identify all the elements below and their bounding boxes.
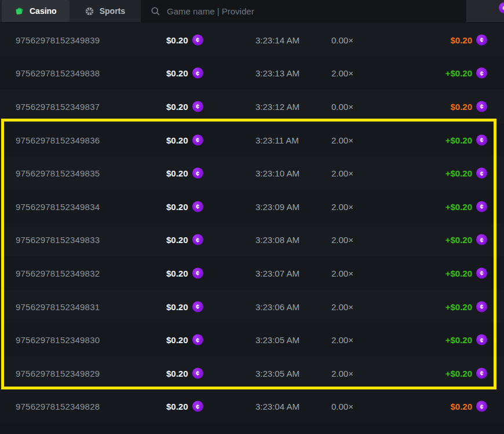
bet-amount: $0.20 [166,268,188,278]
bet-multiplier: 0.00× [331,101,353,111]
bet-multiplier: 2.00× [331,368,353,378]
bet-amount-cell: $0.20 ¢ [166,168,203,179]
table-row[interactable]: 97562978152349838 $0.20 ¢ 3:23:13 AM 2.0… [0,57,504,90]
bet-amount-cell: $0.20 ¢ [166,234,203,245]
bet-amount-cell: $0.20 ¢ [166,68,203,79]
bet-id: 97562978152349835 [16,168,100,178]
bet-payout: +$0.20 [445,335,472,345]
tab-casino-label: Casino [30,6,57,16]
bet-amount-cell: $0.20 ¢ [166,34,203,45]
bet-amount-cell: $0.20 ¢ [166,334,203,345]
bet-time: 3:23:06 AM [255,301,300,311]
bet-payout: $0.20 [450,35,472,45]
currency-coin-icon: ¢ [192,301,203,312]
table-row[interactable]: 97562978152349836 $0.20 ¢ 3:23:11 AM 2.0… [0,123,504,157]
bet-payout: +$0.20 [445,201,472,211]
bet-id: 97562978152349831 [16,301,100,311]
search-box [141,0,466,22]
bet-multiplier: 2.00× [331,301,353,311]
bet-amount: $0.20 [166,135,188,145]
bet-id: 97562978152349833 [16,235,100,245]
bet-payout-cell: +$0.20 ¢ [445,334,487,345]
bet-payout-cell: +$0.20 ¢ [445,367,487,378]
bet-amount: $0.20 [166,168,188,178]
bet-amount-cell: $0.20 ¢ [166,134,203,145]
bet-time: 3:23:13 AM [255,68,300,78]
bet-time: 3:23:05 AM [255,368,300,378]
search-icon [151,6,160,16]
tab-sports-label: Sports [100,6,125,16]
table-row[interactable]: 97562978152349831 $0.20 ¢ 3:23:06 AM 2.0… [0,290,504,323]
bet-multiplier: 0.00× [331,35,353,45]
currency-coin-icon: ¢ [476,201,487,212]
bet-payout: +$0.20 [445,268,472,278]
bet-payout: +$0.20 [445,135,472,145]
table-row[interactable]: 97562978152349839 $0.20 ¢ 3:23:14 AM 0.0… [0,23,504,57]
bet-payout-cell: $0.20 ¢ [450,401,487,412]
balance-coin-icon[interactable]: ¢ [499,2,504,13]
table-row[interactable]: 97562978152349829 $0.20 ¢ 3:23:05 AM 2.0… [0,356,504,390]
bet-payout: +$0.20 [445,68,472,78]
bet-amount-cell: $0.20 ¢ [166,201,203,212]
bet-amount: $0.20 [166,335,188,345]
bet-time: 3:23:14 AM [255,35,300,45]
bet-multiplier: 0.00× [331,402,353,411]
table-row[interactable]: 97562978152349830 $0.20 ¢ 3:23:05 AM 2.0… [0,323,504,356]
bet-id: 97562978152349837 [16,101,100,111]
bet-payout: +$0.20 [445,368,472,378]
currency-coin-icon: ¢ [192,401,203,412]
bet-amount: $0.20 [166,68,188,78]
bet-amount-cell: $0.20 ¢ [166,367,203,378]
table-row[interactable]: 97562978152349833 $0.20 ¢ 3:23:08 AM 2.0… [0,223,504,257]
table-row[interactable]: 97562978152349832 $0.20 ¢ 3:23:07 AM 2.0… [0,256,504,290]
currency-coin-icon: ¢ [192,34,203,45]
bet-amount-cell: $0.20 ¢ [166,401,203,412]
bet-multiplier: 2.00× [331,235,353,245]
bet-payout: $0.20 [450,402,472,411]
currency-coin-icon: ¢ [192,68,203,79]
currency-coin-icon: ¢ [476,68,487,79]
tab-casino[interactable]: Casino [2,0,70,22]
table-row[interactable]: 97562978152349828 $0.20 ¢ 3:23:04 AM 0.0… [0,390,504,424]
currency-coin-icon: ¢ [476,168,487,179]
top-nav: Casino Sports ¢ [0,0,504,22]
bet-payout: +$0.20 [445,301,472,311]
bet-time: 3:23:12 AM [255,101,300,111]
currency-coin-icon: ¢ [476,101,487,112]
bet-amount-cell: $0.20 ¢ [166,101,203,112]
bet-multiplier: 2.00× [331,68,353,78]
bet-payout: +$0.20 [445,168,472,178]
casino-icon [14,6,24,16]
currency-coin-icon: ¢ [476,134,487,145]
currency-coin-icon: ¢ [192,334,203,345]
bet-time: 3:23:09 AM [255,201,300,211]
search-input[interactable] [167,6,445,16]
bet-id: 97562978152349832 [16,268,100,278]
bet-amount: $0.20 [166,201,188,211]
currency-coin-icon: ¢ [476,34,487,45]
currency-coin-icon: ¢ [476,234,487,245]
sports-icon [85,6,94,16]
currency-coin-icon: ¢ [192,101,203,112]
bet-id: 97562978152349830 [16,335,100,345]
bet-time: 3:23:04 AM [255,402,300,411]
bet-amount: $0.20 [166,35,188,45]
bet-payout-cell: +$0.20 ¢ [445,134,487,145]
bet-amount: $0.20 [166,101,188,111]
table-row[interactable]: 97562978152349834 $0.20 ¢ 3:23:09 AM 2.0… [0,190,504,223]
bet-time: 3:23:07 AM [255,268,300,278]
bet-multiplier: 2.00× [331,268,353,278]
bet-multiplier: 2.00× [331,335,353,345]
bet-time: 3:23:08 AM [255,235,300,245]
tab-sports[interactable]: Sports [70,0,140,22]
bet-id: 97562978152349838 [16,68,100,78]
bet-payout-cell: +$0.20 ¢ [445,267,487,278]
bet-amount: $0.20 [166,402,188,411]
bet-time: 3:23:05 AM [255,335,300,345]
bet-id: 97562978152349836 [16,135,100,145]
table-row[interactable]: 97562978152349837 $0.20 ¢ 3:23:12 AM 0.0… [0,90,504,123]
bet-payout-cell: +$0.20 ¢ [445,201,487,212]
currency-coin-icon: ¢ [192,134,203,145]
table-row[interactable]: 97562978152349835 $0.20 ¢ 3:23:10 AM 2.0… [0,156,504,190]
currency-coin-icon: ¢ [192,267,203,278]
